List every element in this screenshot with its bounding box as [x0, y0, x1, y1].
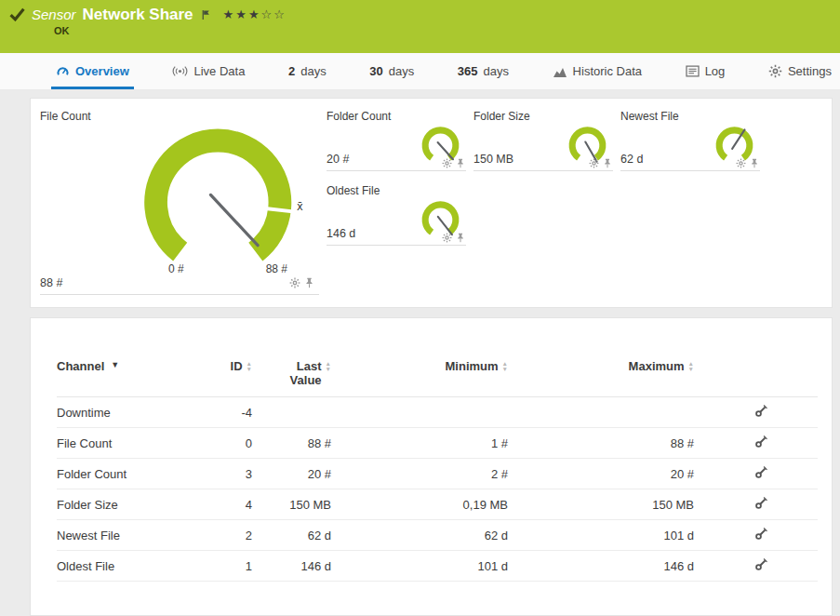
main-gauge-needle — [210, 194, 258, 245]
tab-historic-data[interactable]: Historic Data — [548, 53, 647, 89]
gauge-pin-icon[interactable] — [457, 158, 464, 168]
channel-table-panel: Channel ▼ ID ▲▼ Last Value ▲▼ Minimum ▲▼… — [30, 317, 833, 616]
channel-id: 4 — [196, 498, 252, 512]
gauge-settings-icon[interactable] — [442, 233, 452, 243]
gauge-tile-file-count[interactable]: File Count x̄ 0 # 88 # 88 # — [40, 110, 319, 307]
tab-2-days[interactable]: 2 days — [284, 53, 331, 89]
channel-name[interactable]: Newest File — [57, 529, 196, 542]
gauge-scale-min: 0 # — [168, 262, 184, 275]
gauge-settings-icon[interactable] — [736, 158, 746, 168]
gauge-value: 88 # — [40, 276, 62, 289]
channel-id: 3 — [196, 467, 252, 481]
flag-icon[interactable] — [202, 9, 211, 20]
gauge-value: 62 d — [620, 153, 643, 170]
channel-name[interactable]: Folder Count — [57, 467, 196, 481]
gauge-tile-oldest-file[interactable]: Oldest File 146 d — [327, 184, 466, 246]
channel-edit-icon[interactable] — [754, 557, 768, 571]
gauge-value: 150 MB — [473, 153, 513, 170]
tab-label: Log — [705, 64, 726, 78]
gauge-pin-icon[interactable] — [305, 277, 313, 288]
channel-table-body: Downtime -4 File Count 0 88 # 1 # 88 # F… — [57, 397, 818, 582]
tab-settings[interactable]: Settings — [764, 53, 836, 89]
channel-last-value: 20 # — [252, 467, 331, 481]
column-header-channel[interactable]: Channel ▼ — [57, 359, 196, 373]
channel-last-value: 62 d — [252, 529, 331, 542]
column-header-minimum[interactable]: Minimum ▲▼ — [331, 359, 508, 373]
sort-icon: ▲▼ — [688, 359, 694, 372]
tab-label: Settings — [788, 64, 832, 78]
gauge-settings-icon[interactable] — [289, 277, 300, 288]
channel-edit-icon[interactable] — [754, 496, 768, 510]
sort-desc-icon: ▼ — [111, 359, 119, 371]
channel-edit-icon[interactable] — [754, 527, 768, 541]
column-header-last-value[interactable]: Last Value ▲▼ — [252, 359, 331, 387]
tab-label: Live Data — [193, 64, 245, 78]
gauges-panel: File Count x̄ 0 # 88 # 88 # — [30, 98, 833, 308]
settings-icon — [768, 64, 782, 78]
status-badge: OK — [54, 25, 831, 36]
tab-live-data[interactable]: Live Data — [167, 53, 249, 89]
gauge-settings-icon[interactable] — [589, 158, 599, 168]
channel-name[interactable]: Downtime — [57, 406, 196, 420]
channel-id: 2 — [196, 529, 252, 542]
channel-last-value: 150 MB — [252, 498, 331, 512]
channel-name[interactable]: Folder Size — [57, 498, 196, 512]
star-filled-icon[interactable]: ★ — [248, 7, 261, 21]
channel-name[interactable]: Oldest File — [57, 559, 196, 573]
star-filled-icon[interactable]: ★ — [235, 7, 248, 21]
channel-maximum: 88 # — [508, 436, 694, 450]
live-data-icon — [172, 65, 188, 77]
main-content: File Count x̄ 0 # 88 # 88 # — [0, 90, 840, 616]
column-header-id[interactable]: ID ▲▼ — [196, 359, 252, 373]
log-icon — [686, 65, 700, 77]
channel-edit-icon[interactable] — [754, 404, 768, 418]
status-ok-check-icon — [9, 7, 25, 21]
historic-data-icon — [553, 65, 567, 78]
gauge-tile-folder-size[interactable]: Folder Size 150 MB — [473, 110, 613, 171]
gauge-tile-newest-file[interactable]: Newest File 62 d — [620, 110, 760, 171]
channel-maximum: 150 MB — [508, 498, 694, 512]
channel-maximum: 101 d — [508, 529, 694, 542]
tab-365-days[interactable]: 365 days — [453, 53, 513, 89]
star-filled-icon[interactable]: ★ — [223, 7, 236, 21]
channel-edit-icon[interactable] — [754, 435, 768, 449]
star-empty-icon[interactable]: ☆ — [273, 7, 287, 21]
channel-minimum: 101 d — [331, 559, 508, 573]
tab-number: 365 — [458, 64, 478, 78]
table-row: Folder Count 3 20 # 2 # 20 # — [57, 459, 818, 489]
tab-label: days — [300, 64, 326, 78]
channel-id: -4 — [196, 406, 252, 420]
channel-maximum: 20 # — [508, 467, 694, 481]
gauge-settings-icon[interactable] — [442, 158, 452, 168]
channel-minimum: 2 # — [331, 467, 508, 481]
tab-label: Overview — [75, 64, 129, 78]
star-empty-icon[interactable]: ☆ — [261, 7, 274, 21]
tab-log[interactable]: Log — [681, 53, 730, 89]
channel-maximum: 146 d — [508, 559, 694, 573]
column-header-maximum[interactable]: Maximum ▲▼ — [508, 359, 694, 373]
channel-name[interactable]: File Count — [57, 436, 196, 450]
gauge-pin-icon[interactable] — [457, 233, 464, 243]
page-title: Network Share — [83, 7, 193, 22]
gauge-tile-folder-count[interactable]: Folder Count 20 # — [327, 110, 466, 171]
table-row: Oldest File 1 146 d 101 d 146 d — [57, 551, 818, 582]
tab-number: 30 — [369, 64, 382, 78]
channel-id: 1 — [196, 559, 252, 573]
table-row: Newest File 2 62 d 62 d 101 d — [57, 520, 818, 551]
channel-table-header: Channel ▼ ID ▲▼ Last Value ▲▼ Minimum ▲▼… — [57, 359, 818, 397]
gauge-scale: 0 # 88 # — [168, 262, 287, 275]
channel-edit-icon[interactable] — [754, 465, 768, 479]
gauge-pin-icon[interactable] — [751, 158, 758, 168]
sensor-header: Sensor Network Share ★★★☆☆ OK — [0, 0, 840, 53]
channel-minimum: 0,19 MB — [331, 498, 508, 512]
star-rating[interactable]: ★★★☆☆ — [223, 7, 287, 21]
tab-30-days[interactable]: 30 days — [365, 53, 419, 89]
overview-icon — [56, 64, 70, 78]
gauge-pin-icon[interactable] — [604, 158, 611, 168]
tab-number: 2 — [288, 64, 295, 78]
tab-overview[interactable]: Overview — [51, 53, 134, 89]
channel-minimum: 62 d — [331, 529, 508, 542]
channel-id: 0 — [196, 436, 252, 450]
channel-last-value: 88 # — [252, 436, 331, 450]
small-gauges-grid: Folder Count 20 # — [327, 110, 760, 307]
